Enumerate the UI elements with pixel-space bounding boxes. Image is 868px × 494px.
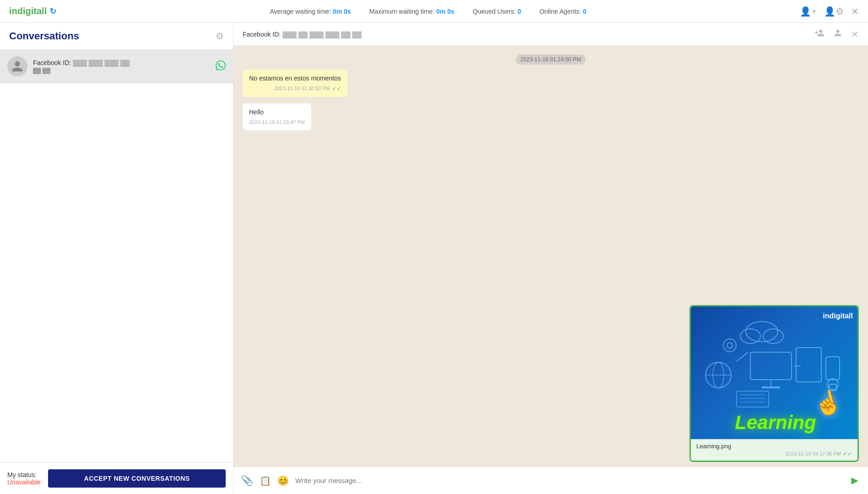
stat-max-wait-label: Maximum waiting time:	[369, 8, 434, 15]
svg-point-8	[746, 322, 778, 342]
transfer-icon[interactable]	[833, 28, 843, 40]
person-icon	[11, 60, 24, 73]
gear-icon[interactable]: ⚙	[216, 31, 224, 42]
sidebar-header: Conversations ⚙	[0, 23, 233, 50]
svg-rect-13	[737, 391, 769, 407]
svg-point-10	[763, 329, 783, 344]
image-preview: indigitall	[691, 306, 859, 439]
double-check-icon: ✓✓	[843, 451, 852, 457]
header-icons: 👤+ 👤⚙ ✕	[800, 6, 859, 17]
status-value: Unavailable	[7, 478, 41, 486]
svg-line-11	[737, 352, 748, 361]
message-text: Hello	[249, 108, 264, 116]
add-user-icon[interactable]: 👤+	[800, 6, 817, 17]
stat-avg-wait-label: Average waiting time:	[270, 8, 331, 15]
stat-max-wait-value: 0m 0s	[436, 8, 455, 15]
user-settings-icon[interactable]: 👤⚙	[824, 6, 844, 17]
send-button[interactable]: ►	[849, 473, 861, 488]
stat-online-agents-label: Online Agents:	[539, 8, 581, 15]
conv-name: Facebook ID: ▓▓▓ ▓▓▓ ▓▓▓ ▓▓	[33, 59, 210, 66]
image-filename: Learning.png	[696, 443, 852, 450]
chat-header-icons: ✕	[814, 28, 859, 40]
stat-queued-value: 0	[518, 8, 521, 15]
learning-text: Learning	[691, 412, 859, 434]
stat-avg-wait: Average waiting time: 0m 0s	[270, 8, 351, 15]
close-session-icon[interactable]: ✕	[851, 6, 859, 17]
stat-queued: Queued Users: 0	[473, 8, 521, 15]
conv-sub: ▓▓ ▓▓	[33, 67, 210, 74]
assign-agent-icon[interactable]	[814, 28, 825, 40]
svg-point-19	[723, 339, 736, 352]
logo-text: indigitall	[9, 6, 47, 16]
main-layout: Conversations ⚙ Facebook ID: ▓▓▓ ▓▓▓ ▓▓▓…	[0, 23, 868, 494]
double-check-icon: ✓✓	[332, 85, 341, 93]
image-footer: Learning.png 2023-11-16 04:17:36 PM ✓✓	[691, 439, 857, 461]
svg-rect-3	[796, 348, 821, 382]
conversation-list: Facebook ID: ▓▓▓ ▓▓▓ ▓▓▓ ▓▓ ▓▓ ▓▓	[0, 50, 233, 462]
outgoing-message: No estamos en estos momentos 2023-11-16 …	[243, 70, 347, 97]
logo: indigitall ↻	[9, 6, 56, 16]
svg-rect-4	[826, 357, 840, 380]
chat-input-area: 📎 📋 😊 ►	[233, 467, 868, 494]
my-status: My status: Unavailable	[7, 471, 41, 486]
svg-point-20	[727, 343, 732, 348]
refresh-icon[interactable]: ↻	[49, 6, 56, 16]
end-chat-icon[interactable]: ✕	[851, 29, 859, 40]
incoming-message: Hello 2023-11-16 01:33:47 PM	[243, 103, 311, 130]
sidebar-title: Conversations	[9, 30, 79, 42]
whatsapp-icon	[216, 60, 226, 73]
message-time: 2023-11-16 01:33:47 PM	[249, 119, 305, 126]
stat-avg-wait-value: 0m 0s	[333, 8, 351, 15]
image-message[interactable]: indigitall	[689, 305, 859, 462]
stat-queued-label: Queued Users:	[473, 8, 516, 15]
avatar	[7, 56, 27, 76]
status-bar: My status: Unavailable ACCEPT NEW CONVER…	[0, 462, 233, 494]
attachment-icon[interactable]: 📎	[241, 475, 253, 487]
svg-point-9	[740, 329, 760, 344]
accept-conversations-button[interactable]: ACCEPT NEW CONVERSATIONS	[48, 469, 226, 488]
header-stats: Average waiting time: 0m 0s Maximum wait…	[70, 8, 786, 15]
image-card: indigitall	[691, 306, 857, 461]
timestamp-label: 2023-11-16 01:24:50 PM	[516, 54, 586, 64]
image-time: 2023-11-16 04:17:36 PM ✓✓	[696, 451, 852, 457]
messages-container: 2023-11-16 01:24:50 PM No estamos en est…	[233, 46, 868, 467]
conv-info: Facebook ID: ▓▓▓ ▓▓▓ ▓▓▓ ▓▓ ▓▓ ▓▓	[33, 59, 210, 74]
stat-online-agents: Online Agents: 0	[539, 8, 586, 15]
top-header: indigitall ↻ Average waiting time: 0m 0s…	[0, 0, 868, 23]
status-label: My status:	[7, 471, 37, 478]
stat-max-wait: Maximum waiting time: 0m 0s	[369, 8, 455, 15]
stat-online-agents-value: 0	[583, 8, 586, 15]
chat-header: Facebook ID: ▓▓▓ ▓▓ ▓▓▓ ▓▓▓ ▓▓ ▓▓ ✕	[233, 23, 868, 46]
svg-rect-0	[750, 352, 792, 380]
chat-header-title: Facebook ID: ▓▓▓ ▓▓ ▓▓▓ ▓▓▓ ▓▓ ▓▓	[243, 31, 362, 38]
conversation-item[interactable]: Facebook ID: ▓▓▓ ▓▓▓ ▓▓▓ ▓▓ ▓▓ ▓▓	[0, 50, 233, 83]
chat-area: Facebook ID: ▓▓▓ ▓▓ ▓▓▓ ▓▓▓ ▓▓ ▓▓ ✕ 2023…	[233, 23, 868, 494]
svg-rect-2	[762, 387, 780, 388]
message-text: No estamos en estos momentos	[249, 75, 341, 82]
message-input[interactable]	[295, 477, 842, 484]
message-time: 2023-11-16 01:30:50 PM ✓✓	[249, 85, 341, 93]
emoji-icon[interactable]: 😊	[277, 475, 289, 486]
sidebar: Conversations ⚙ Facebook ID: ▓▓▓ ▓▓▓ ▓▓▓…	[0, 23, 233, 494]
timestamp-center: 2023-11-16 01:24:50 PM	[243, 55, 859, 63]
template-icon[interactable]: 📋	[260, 475, 271, 486]
